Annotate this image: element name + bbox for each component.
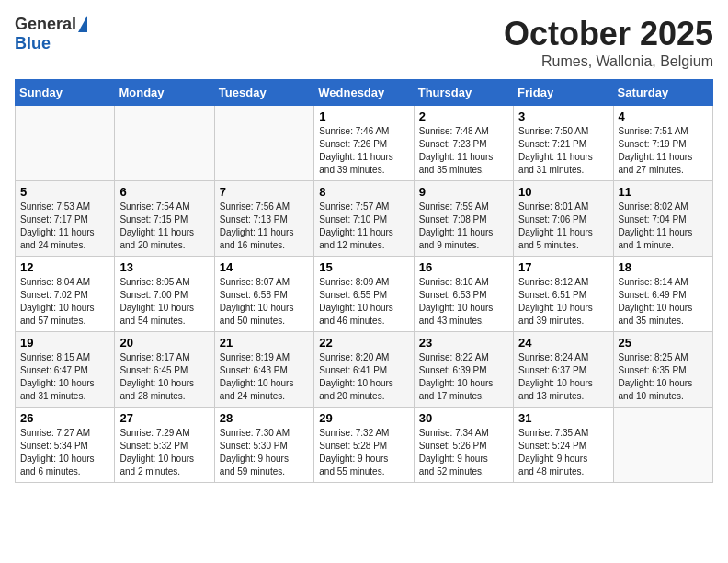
calendar-cell: 16Sunrise: 8:10 AMSunset: 6:53 PMDayligh… bbox=[414, 257, 513, 332]
cell-content: Sunrise: 7:34 AMSunset: 5:26 PMDaylight:… bbox=[419, 427, 508, 478]
cell-content: Sunrise: 8:01 AMSunset: 7:06 PMDaylight:… bbox=[518, 201, 608, 252]
calendar-cell: 25Sunrise: 8:25 AMSunset: 6:35 PMDayligh… bbox=[613, 332, 712, 408]
calendar-table: SundayMondayTuesdayWednesdayThursdayFrid… bbox=[15, 79, 713, 483]
calendar-cell bbox=[115, 106, 214, 181]
logo-triangle-icon bbox=[78, 16, 87, 32]
day-number: 11 bbox=[619, 185, 708, 199]
cell-content: Sunrise: 8:02 AMSunset: 7:04 PMDaylight:… bbox=[619, 201, 708, 252]
week-row-3: 12Sunrise: 8:04 AMSunset: 7:02 PMDayligh… bbox=[16, 257, 713, 332]
day-number: 28 bbox=[220, 411, 309, 425]
calendar-cell: 21Sunrise: 8:19 AMSunset: 6:43 PMDayligh… bbox=[214, 332, 313, 408]
day-number: 29 bbox=[319, 411, 408, 425]
day-number: 10 bbox=[518, 185, 608, 199]
week-row-1: 1Sunrise: 7:46 AMSunset: 7:26 PMDaylight… bbox=[16, 106, 713, 181]
location-subtitle: Rumes, Wallonia, Belgium bbox=[504, 53, 713, 70]
calendar-cell: 5Sunrise: 7:53 AMSunset: 7:17 PMDaylight… bbox=[16, 181, 115, 257]
cell-content: Sunrise: 7:29 AMSunset: 5:32 PMDaylight:… bbox=[119, 427, 209, 478]
cell-content: Sunrise: 7:57 AMSunset: 7:10 PMDaylight:… bbox=[319, 201, 408, 252]
day-number: 12 bbox=[20, 260, 109, 274]
day-number: 14 bbox=[220, 260, 309, 274]
day-header-monday: Monday bbox=[115, 80, 214, 106]
day-number: 25 bbox=[619, 336, 708, 350]
cell-content: Sunrise: 7:27 AMSunset: 5:34 PMDaylight:… bbox=[20, 427, 109, 478]
calendar-cell: 4Sunrise: 7:51 AMSunset: 7:19 PMDaylight… bbox=[613, 106, 712, 181]
day-number: 23 bbox=[419, 336, 508, 350]
calendar-cell: 2Sunrise: 7:48 AMSunset: 7:23 PMDaylight… bbox=[414, 106, 513, 181]
calendar-cell: 7Sunrise: 7:56 AMSunset: 7:13 PMDaylight… bbox=[214, 181, 313, 257]
calendar-cell: 8Sunrise: 7:57 AMSunset: 7:10 PMDaylight… bbox=[314, 181, 414, 257]
cell-content: Sunrise: 8:24 AMSunset: 6:37 PMDaylight:… bbox=[518, 351, 608, 403]
day-header-tuesday: Tuesday bbox=[214, 80, 313, 106]
day-number: 4 bbox=[619, 109, 708, 123]
day-number: 24 bbox=[518, 336, 608, 350]
calendar-cell: 6Sunrise: 7:54 AMSunset: 7:15 PMDaylight… bbox=[115, 181, 214, 257]
header-row: SundayMondayTuesdayWednesdayThursdayFrid… bbox=[16, 80, 713, 106]
cell-content: Sunrise: 8:17 AMSunset: 6:45 PMDaylight:… bbox=[119, 351, 209, 403]
day-number: 2 bbox=[419, 109, 508, 123]
day-header-thursday: Thursday bbox=[414, 80, 513, 106]
calendar-cell: 19Sunrise: 8:15 AMSunset: 6:47 PMDayligh… bbox=[16, 332, 115, 408]
calendar-cell: 11Sunrise: 8:02 AMSunset: 7:04 PMDayligh… bbox=[613, 181, 712, 257]
logo-general-text: General bbox=[15, 15, 76, 34]
cell-content: Sunrise: 7:48 AMSunset: 7:23 PMDaylight:… bbox=[419, 125, 508, 177]
cell-content: Sunrise: 7:51 AMSunset: 7:19 PMDaylight:… bbox=[619, 125, 708, 177]
cell-content: Sunrise: 8:19 AMSunset: 6:43 PMDaylight:… bbox=[220, 351, 309, 403]
cell-content: Sunrise: 8:05 AMSunset: 7:00 PMDaylight:… bbox=[119, 276, 209, 327]
calendar-cell: 29Sunrise: 7:32 AMSunset: 5:28 PMDayligh… bbox=[314, 408, 414, 483]
cell-content: Sunrise: 8:22 AMSunset: 6:39 PMDaylight:… bbox=[419, 351, 508, 403]
month-title: October 2025 bbox=[504, 15, 713, 53]
calendar-cell: 30Sunrise: 7:34 AMSunset: 5:26 PMDayligh… bbox=[414, 408, 513, 483]
day-header-wednesday: Wednesday bbox=[314, 80, 414, 106]
day-number: 22 bbox=[319, 336, 408, 350]
cell-content: Sunrise: 8:25 AMSunset: 6:35 PMDaylight:… bbox=[619, 351, 708, 403]
cell-content: Sunrise: 8:14 AMSunset: 6:49 PMDaylight:… bbox=[619, 276, 708, 327]
day-number: 31 bbox=[518, 411, 608, 425]
header: General Blue October 2025 Rumes, Walloni… bbox=[15, 15, 713, 70]
calendar-cell: 3Sunrise: 7:50 AMSunset: 7:21 PMDaylight… bbox=[514, 106, 613, 181]
calendar-cell: 1Sunrise: 7:46 AMSunset: 7:26 PMDaylight… bbox=[314, 106, 414, 181]
calendar-cell: 24Sunrise: 8:24 AMSunset: 6:37 PMDayligh… bbox=[514, 332, 613, 408]
day-number: 26 bbox=[20, 411, 109, 425]
week-row-4: 19Sunrise: 8:15 AMSunset: 6:47 PMDayligh… bbox=[16, 332, 713, 408]
calendar-cell: 20Sunrise: 8:17 AMSunset: 6:45 PMDayligh… bbox=[115, 332, 214, 408]
calendar-cell bbox=[16, 106, 115, 181]
cell-content: Sunrise: 8:04 AMSunset: 7:02 PMDaylight:… bbox=[20, 276, 109, 327]
day-number: 17 bbox=[518, 260, 608, 274]
cell-content: Sunrise: 7:56 AMSunset: 7:13 PMDaylight:… bbox=[220, 201, 309, 252]
cell-content: Sunrise: 8:12 AMSunset: 6:51 PMDaylight:… bbox=[518, 276, 608, 327]
cell-content: Sunrise: 7:54 AMSunset: 7:15 PMDaylight:… bbox=[119, 201, 209, 252]
day-header-saturday: Saturday bbox=[613, 80, 712, 106]
day-number: 20 bbox=[119, 336, 209, 350]
logo: General Blue bbox=[15, 15, 87, 53]
calendar-cell: 15Sunrise: 8:09 AMSunset: 6:55 PMDayligh… bbox=[314, 257, 414, 332]
calendar-cell: 14Sunrise: 8:07 AMSunset: 6:58 PMDayligh… bbox=[214, 257, 313, 332]
cell-content: Sunrise: 8:07 AMSunset: 6:58 PMDaylight:… bbox=[220, 276, 309, 327]
day-number: 15 bbox=[319, 260, 408, 274]
calendar-cell: 27Sunrise: 7:29 AMSunset: 5:32 PMDayligh… bbox=[115, 408, 214, 483]
calendar-cell: 13Sunrise: 8:05 AMSunset: 7:00 PMDayligh… bbox=[115, 257, 214, 332]
day-number: 30 bbox=[419, 411, 508, 425]
day-number: 3 bbox=[518, 109, 608, 123]
week-row-2: 5Sunrise: 7:53 AMSunset: 7:17 PMDaylight… bbox=[16, 181, 713, 257]
day-number: 1 bbox=[319, 109, 408, 123]
cell-content: Sunrise: 8:20 AMSunset: 6:41 PMDaylight:… bbox=[319, 351, 408, 403]
cell-content: Sunrise: 8:09 AMSunset: 6:55 PMDaylight:… bbox=[319, 276, 408, 327]
cell-content: Sunrise: 7:53 AMSunset: 7:17 PMDaylight:… bbox=[20, 201, 109, 252]
day-number: 9 bbox=[419, 185, 508, 199]
calendar-cell: 28Sunrise: 7:30 AMSunset: 5:30 PMDayligh… bbox=[214, 408, 313, 483]
week-row-5: 26Sunrise: 7:27 AMSunset: 5:34 PMDayligh… bbox=[16, 408, 713, 483]
calendar-cell: 22Sunrise: 8:20 AMSunset: 6:41 PMDayligh… bbox=[314, 332, 414, 408]
cell-content: Sunrise: 8:10 AMSunset: 6:53 PMDaylight:… bbox=[419, 276, 508, 327]
day-header-friday: Friday bbox=[514, 80, 613, 106]
calendar-cell: 12Sunrise: 8:04 AMSunset: 7:02 PMDayligh… bbox=[16, 257, 115, 332]
day-number: 27 bbox=[119, 411, 209, 425]
calendar-cell: 9Sunrise: 7:59 AMSunset: 7:08 PMDaylight… bbox=[414, 181, 513, 257]
calendar-cell: 23Sunrise: 8:22 AMSunset: 6:39 PMDayligh… bbox=[414, 332, 513, 408]
calendar-cell: 17Sunrise: 8:12 AMSunset: 6:51 PMDayligh… bbox=[514, 257, 613, 332]
calendar-cell bbox=[214, 106, 313, 181]
day-number: 8 bbox=[319, 185, 408, 199]
calendar-cell: 18Sunrise: 8:14 AMSunset: 6:49 PMDayligh… bbox=[613, 257, 712, 332]
title-area: October 2025 Rumes, Wallonia, Belgium bbox=[504, 15, 713, 70]
logo-blue-text: Blue bbox=[15, 34, 51, 53]
day-number: 18 bbox=[619, 260, 708, 274]
